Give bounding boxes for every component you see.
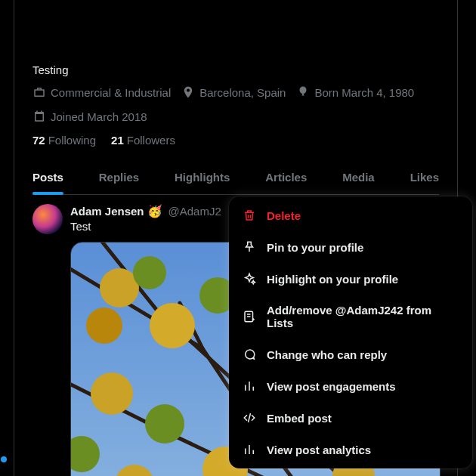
menu-pin-label: Pin to your profile [267, 241, 363, 254]
tab-articles[interactable]: Articles [265, 160, 307, 194]
menu-lists-label: Add/remove @AdamJ242 from Lists [267, 304, 459, 329]
follow-stats: 72Following 21Followers [32, 134, 439, 147]
profile-birth: Born March 4, 1980 [296, 85, 414, 99]
following-label: Following [48, 134, 96, 147]
following-count: 72 [32, 134, 45, 147]
analytics-icon [243, 443, 256, 456]
followers-label: Followers [127, 134, 175, 147]
sparkle-icon [243, 272, 256, 286]
svg-point-4 [150, 303, 195, 348]
trash-icon [243, 209, 256, 222]
post-actions-menu: Delete Pin to your profile Highlight on … [229, 196, 472, 468]
svg-point-11 [145, 404, 184, 444]
avatar[interactable] [32, 204, 63, 234]
tab-media[interactable]: Media [342, 160, 375, 194]
profile-location-text: Barcelona, Spain [199, 86, 286, 99]
profile-category-text: Commercial & Industrial [51, 86, 171, 99]
profile-page: Testing Commercial & Industrial Barcelon… [14, 0, 458, 476]
menu-embed[interactable]: Embed post [229, 402, 472, 434]
compose-indicator [1, 456, 7, 462]
tab-highlights[interactable]: Highlights [175, 160, 230, 194]
svg-point-10 [91, 372, 133, 415]
menu-engagements-label: View post engagements [267, 380, 396, 393]
menu-reply-label: Change who can reply [267, 348, 387, 361]
profile-meta: Commercial & Industrial Barcelona, Spain… [32, 85, 439, 123]
profile-bio: Testing [32, 0, 439, 76]
menu-lists[interactable]: Add/remove @AdamJ242 from Lists [229, 295, 472, 338]
profile-joined: Joined March 2018 [32, 110, 147, 123]
menu-analytics[interactable]: View post analytics [229, 434, 472, 465]
menu-embed-label: Embed post [267, 412, 332, 425]
profile-tabs: Posts Replies Highlights Articles Media … [32, 160, 439, 195]
following-link[interactable]: 72Following [32, 134, 96, 147]
list-icon [243, 310, 256, 323]
menu-pin[interactable]: Pin to your profile [229, 231, 472, 263]
tab-likes[interactable]: Likes [410, 160, 439, 194]
followers-count: 21 [111, 134, 124, 147]
post-handle[interactable]: @AdamJ2 [168, 205, 221, 218]
bar-chart-icon [243, 379, 256, 393]
menu-delete-label: Delete [267, 209, 301, 222]
pin-icon [243, 240, 256, 254]
profile-location: Barcelona, Spain [181, 85, 286, 99]
post-display-name[interactable]: Adam Jensen [70, 205, 144, 218]
svg-point-2 [133, 256, 166, 289]
tab-posts[interactable]: Posts [32, 160, 63, 194]
followers-link[interactable]: 21Followers [111, 134, 175, 147]
tab-replies[interactable]: Replies [99, 160, 139, 194]
menu-reply[interactable]: Change who can reply [229, 338, 472, 370]
profile-joined-text: Joined March 2018 [51, 110, 147, 123]
briefcase-icon [32, 85, 46, 99]
balloon-icon [296, 85, 310, 99]
menu-analytics-label: View post analytics [267, 444, 371, 456]
location-icon [181, 85, 195, 99]
party-emoji: 🥳 [147, 204, 162, 218]
menu-delete[interactable]: Delete [229, 199, 472, 231]
svg-point-3 [86, 308, 122, 344]
profile-category: Commercial & Industrial [32, 85, 171, 99]
calendar-icon [32, 110, 46, 123]
profile-birth-text: Born March 4, 1980 [314, 86, 414, 99]
reply-icon [243, 348, 256, 361]
code-icon [243, 411, 256, 425]
menu-highlight[interactable]: Highlight on your profile [229, 263, 472, 295]
menu-engagements[interactable]: View post engagements [229, 370, 472, 402]
menu-highlight-label: Highlight on your profile [267, 273, 398, 286]
